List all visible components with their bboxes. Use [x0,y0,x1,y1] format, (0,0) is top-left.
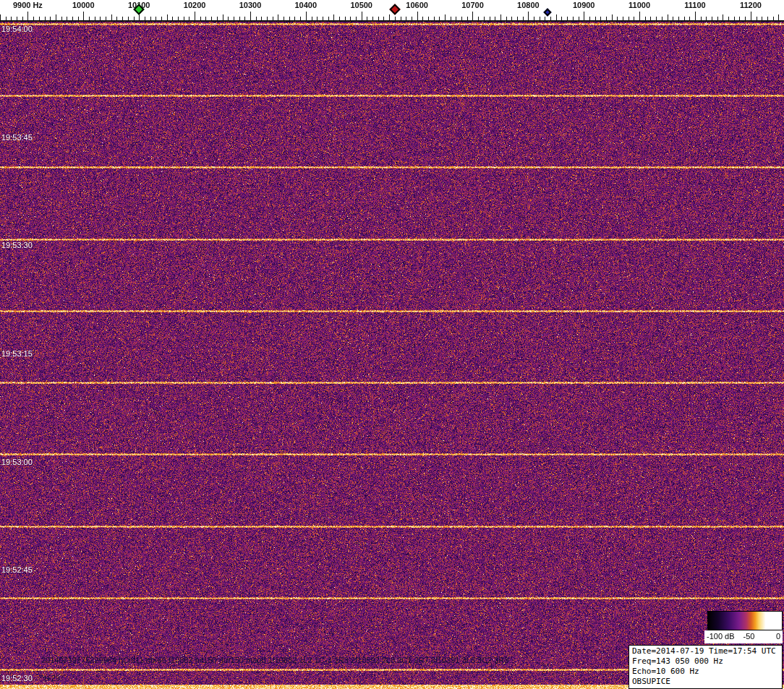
freq-tick-label: 10800 [517,1,540,9]
freq-tick-label: 11100 [684,1,705,9]
freq-tick-label: 11000 [629,1,650,9]
detection-log-text: 20140719175229964 hCnt11 nb-66 f10882 hi… [41,656,508,664]
freq-tick-label: 11200 [740,1,762,9]
colorbar-mid-label: -50 [743,632,755,641]
freq-tick-label: 10600 [406,1,428,9]
spectrogram-canvas[interactable] [0,22,784,689]
freq-tick-label: 9900 Hz [13,1,43,9]
freq-tick-label: 10700 [461,1,484,9]
freq-tick-label: 10000 [72,1,95,9]
freq-tick-label: 10300 [239,1,262,9]
freq-tick-label: 10900 [573,1,595,9]
meteor-spectrogram-screen: 9900 Hz100001010010200103001040010500106… [0,0,784,689]
info-date-line: Date=2014-07-19 Time=17:54 UTC [632,646,779,656]
time-cursor-suffix: ^t+29 [41,674,60,682]
colorbar-gradient [707,611,783,630]
info-freq-line: Freq=143 050 000 Hz [632,656,779,667]
freq-tick-label: 10400 [295,1,318,9]
status-info-box: Date=2014-07-19 Time=17:54 UTC Freq=143 … [629,645,783,689]
freq-tick-label: 10200 [184,1,206,9]
colorbar-labels: -100 dB -50 0 [704,630,783,643]
colorbar-legend: -100 dB -50 0 [704,611,783,643]
info-station-line: OBSUPICE [632,677,779,687]
colorbar-min-label: -100 dB [707,632,735,641]
info-echo-line: Echo=10 600 Hz [632,667,779,677]
freq-tick-label: 10500 [350,1,372,9]
frequency-scale[interactable]: 9900 Hz100001010010200103001040010500106… [0,0,784,22]
colorbar-max-label: 0 [776,632,780,641]
